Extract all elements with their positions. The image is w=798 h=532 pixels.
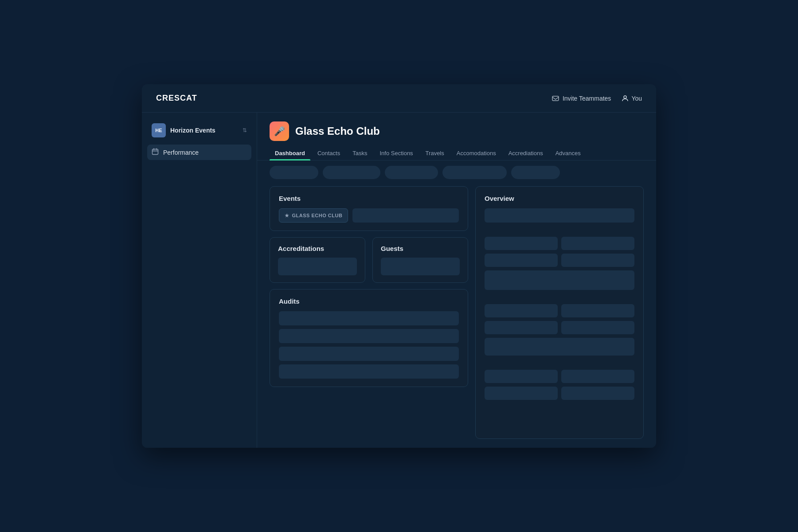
overview-rows — [485, 208, 634, 400]
guests-title: Guests — [381, 245, 460, 252]
app-logo: CRESCAT — [156, 94, 197, 103]
tab-tasks[interactable]: Tasks — [347, 146, 372, 160]
user-icon — [622, 95, 629, 102]
audit-row-1 — [279, 311, 459, 325]
events-title: Events — [279, 195, 459, 202]
audits-card: Audits — [270, 289, 468, 387]
sidebar-item-performance[interactable]: Performance — [147, 145, 251, 160]
overview-row-full-3 — [485, 338, 634, 356]
content-grid: Events ★ GLASS ECHO CLUB Accreditati — [257, 184, 656, 448]
filter-pill-5[interactable] — [511, 166, 560, 179]
overview-row-full-2 — [485, 270, 634, 290]
artist-name: Glass Echo Club — [295, 125, 380, 137]
accreditations-title: Accreditations — [278, 245, 357, 252]
filter-pill-2[interactable] — [323, 166, 380, 179]
overview-half-11 — [485, 387, 558, 400]
tab-accrediations[interactable]: Accrediations — [503, 146, 548, 160]
artist-header: 🎤 Glass Echo Club — [257, 113, 656, 141]
event-chip-glass-echo[interactable]: ★ GLASS ECHO CLUB — [279, 208, 348, 223]
events-card: Events ★ GLASS ECHO CLUB — [270, 186, 468, 231]
tab-advances[interactable]: Advances — [550, 146, 586, 160]
overview-half-8 — [561, 321, 634, 334]
overview-half-12 — [561, 387, 634, 400]
overview-half-2 — [561, 237, 634, 250]
overview-row-double-6 — [485, 387, 634, 400]
user-button[interactable]: You — [622, 95, 642, 102]
overview-half-7 — [485, 321, 558, 334]
audit-row-3 — [279, 347, 459, 361]
overview-row-double-3 — [485, 304, 634, 317]
workspace-selector[interactable]: HE Horizon Events ⇅ — [147, 120, 251, 141]
workspace-avatar: HE — [152, 123, 166, 137]
overview-row-double-4 — [485, 321, 634, 334]
overview-half-1 — [485, 237, 558, 250]
chevron-updown-icon: ⇅ — [243, 127, 247, 133]
svg-rect-2 — [153, 149, 158, 155]
right-column: Overview — [475, 186, 644, 439]
overview-row-double-1 — [485, 237, 634, 250]
top-bar: CRESCAT Invite Teammates You — [142, 84, 656, 113]
user-label: You — [631, 95, 642, 102]
calendar-icon — [152, 148, 159, 156]
filter-bar — [257, 160, 656, 184]
events-chips: ★ GLASS ECHO CLUB — [279, 208, 459, 223]
main-layout: HE Horizon Events ⇅ Performance — [142, 113, 656, 448]
invite-teammates-button[interactable]: Invite Teammates — [552, 95, 611, 102]
tab-contacts[interactable]: Contacts — [312, 146, 345, 160]
filter-pill-1[interactable] — [270, 166, 318, 179]
top-bar-actions: Invite Teammates You — [552, 95, 642, 102]
guests-card: Guests — [372, 237, 468, 283]
left-column: Events ★ GLASS ECHO CLUB Accreditati — [270, 186, 468, 439]
audit-row-4 — [279, 364, 459, 379]
filter-pill-4[interactable] — [442, 166, 507, 179]
star-icon: ★ — [285, 213, 289, 219]
event-chip-placeholder — [352, 208, 459, 223]
overview-spacer-2 — [485, 293, 634, 301]
overview-row-double-2 — [485, 254, 634, 267]
filter-pill-3[interactable] — [385, 166, 438, 179]
audit-rows — [279, 311, 459, 379]
accreditations-guests-row: Accreditations Guests — [270, 237, 468, 283]
overview-card: Overview — [475, 186, 644, 439]
overview-title: Overview — [485, 195, 634, 202]
audits-title: Audits — [279, 297, 459, 305]
tab-accomodations[interactable]: Accomodations — [451, 146, 501, 160]
content-area: 🎤 Glass Echo Club Dashboard Contacts Tas… — [257, 113, 656, 448]
tab-info-sections[interactable]: Info Sections — [374, 146, 418, 160]
overview-half-5 — [485, 304, 558, 317]
invite-teammates-label: Invite Teammates — [563, 95, 611, 102]
overview-half-4 — [561, 254, 634, 267]
event-chip-label: GLASS ECHO CLUB — [292, 213, 343, 218]
overview-spacer-3 — [485, 359, 634, 366]
accreditations-card: Accreditations — [270, 237, 365, 283]
overview-half-3 — [485, 254, 558, 267]
guests-skeleton — [381, 258, 460, 275]
tab-dashboard[interactable]: Dashboard — [270, 146, 310, 160]
sidebar: HE Horizon Events ⇅ Performance — [142, 113, 257, 448]
svg-rect-0 — [552, 96, 559, 101]
tab-travels[interactable]: Travels — [420, 146, 450, 160]
workspace-name: Horizon Events — [170, 127, 215, 134]
overview-spacer-1 — [485, 226, 634, 233]
overview-row-double-5 — [485, 370, 634, 383]
app-window: CRESCAT Invite Teammates You — [142, 84, 656, 448]
accreditations-skeleton — [278, 258, 357, 275]
overview-half-10 — [561, 370, 634, 383]
artist-icon: 🎤 — [270, 121, 289, 141]
sidebar-performance-label: Performance — [163, 149, 199, 156]
overview-half-9 — [485, 370, 558, 383]
overview-row-full-1 — [485, 208, 634, 223]
overview-half-6 — [561, 304, 634, 317]
audit-row-2 — [279, 329, 459, 343]
mail-icon — [552, 95, 559, 102]
tabs-bar: Dashboard Contacts Tasks Info Sections T… — [257, 141, 656, 160]
svg-point-1 — [624, 96, 626, 98]
